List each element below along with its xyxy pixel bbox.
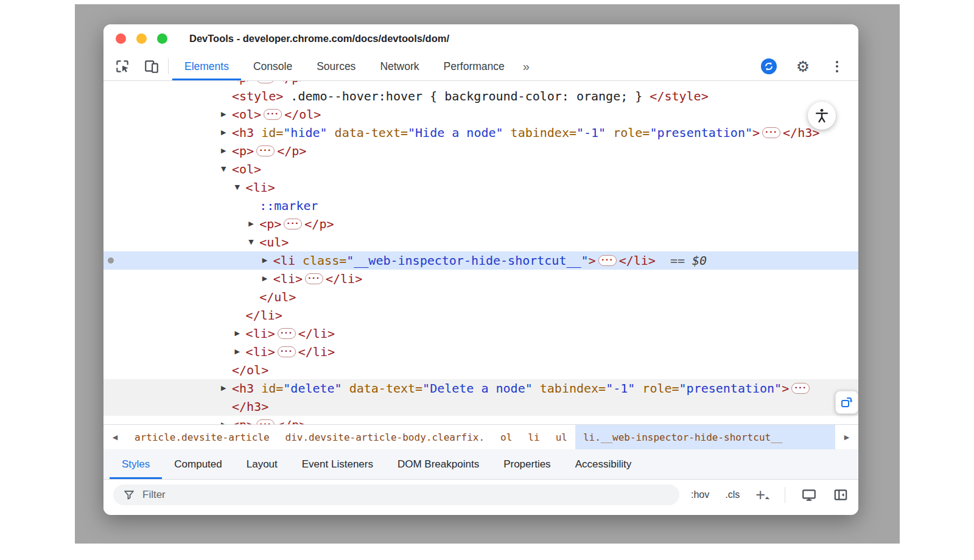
expand-toggle-arrow-icon[interactable]: ▶ <box>221 105 232 124</box>
dom-node-row[interactable]: ▶<li>•••</li> <box>103 270 858 288</box>
expand-toggle-arrow-icon[interactable]: ▼ <box>221 160 232 178</box>
code-token-tag: <h3 <box>232 381 254 396</box>
expand-toggle-arrow-icon[interactable]: ▶ <box>235 324 246 343</box>
dom-node-row[interactable]: </ol> <box>103 361 858 379</box>
accessibility-float-button[interactable] <box>808 102 836 130</box>
device-toolbar-icon <box>144 58 159 74</box>
ellipsis-dots-icon: ••• <box>765 130 777 135</box>
code-token-tag: </p> <box>277 144 306 158</box>
dom-node-row[interactable]: ▶<p>•••</p> <box>103 81 858 87</box>
new-style-rule-button[interactable]: + <box>755 488 769 502</box>
code-token-tag: </li> <box>298 326 335 341</box>
inline-expand-button[interactable]: ••• <box>284 219 302 229</box>
dom-node-row[interactable]: ▶<h3 id="hide" data-text="Hide a node" t… <box>103 124 858 142</box>
sidebar-tab-properties[interactable]: Properties <box>491 449 562 479</box>
code-token-text <box>342 381 349 396</box>
dom-node-row[interactable]: ▶<p>•••</p> <box>103 215 858 233</box>
expand-toggle-arrow-icon[interactable]: ▶ <box>221 124 232 142</box>
minimize-window-button[interactable] <box>136 33 147 44</box>
toggle-sidebar-button[interactable] <box>833 487 849 503</box>
sidebar-tab-event-listeners[interactable]: Event Listeners <box>290 449 385 479</box>
tab-elements[interactable]: Elements <box>172 52 241 80</box>
breadcrumb-item[interactable]: ul <box>548 425 575 450</box>
expand-toggle-arrow-icon[interactable]: ▼ <box>235 178 246 197</box>
sync-badge-button[interactable] <box>759 56 779 77</box>
sidebar-tab-layout[interactable]: Layout <box>234 449 290 479</box>
filter-input[interactable]: Filter <box>113 485 679 505</box>
dom-node-row[interactable]: ▶<li>•••</li> <box>103 324 858 343</box>
more-tabs-button[interactable]: » <box>517 60 537 74</box>
dom-node-row[interactable]: ▼<ul> <box>103 233 858 251</box>
expand-toggle-arrow-icon[interactable]: ▶ <box>221 379 232 397</box>
tab-console[interactable]: Console <box>241 52 304 80</box>
inline-expand-button[interactable]: ••• <box>256 419 275 425</box>
tab-network[interactable]: Network <box>368 52 431 80</box>
expand-toggle-arrow-icon[interactable]: ▶ <box>262 251 273 270</box>
styles-filter-bar: Filter :hov .cls + <box>103 480 858 510</box>
inline-expand-button[interactable]: ••• <box>278 328 296 339</box>
inline-expand-button[interactable]: ••• <box>598 255 617 266</box>
expand-toggle-arrow-icon[interactable]: ▶ <box>235 343 246 361</box>
breadcrumb-item[interactable]: ol <box>492 425 520 450</box>
expand-toggle-arrow-icon[interactable]: ▶ <box>221 416 232 424</box>
dom-node-row[interactable]: </h3> <box>103 397 858 416</box>
tab-performance[interactable]: Performance <box>432 52 517 80</box>
breadcrumb-item[interactable]: div.devsite-article-body.clearfix. <box>278 425 493 450</box>
breadcrumb-item[interactable]: article.devsite-article <box>127 425 278 450</box>
code-token-attr: id= <box>261 381 283 396</box>
code-token-text <box>656 253 670 268</box>
dom-node-row[interactable]: ▶<li class="__web-inspector-hide-shortcu… <box>103 251 858 270</box>
code-token-attr: tabindex= <box>540 381 606 396</box>
code-token-tag: </li> <box>246 308 282 323</box>
code-token-tag: </h3> <box>232 399 268 414</box>
expand-toggle-arrow-icon[interactable]: ▶ <box>262 270 273 288</box>
breadcrumb-item[interactable]: li <box>520 425 547 450</box>
inline-expand-button[interactable]: ••• <box>278 346 296 357</box>
expand-toggle-arrow-icon[interactable]: ▶ <box>248 215 259 233</box>
main-menu-button[interactable] <box>827 56 847 77</box>
toggle-element-state-button[interactable]: :hov <box>691 489 709 500</box>
devtools-window: DevTools - developer.chrome.com/docs/dev… <box>103 24 858 515</box>
sidebar-tab-computed[interactable]: Computed <box>162 449 234 479</box>
zoom-window-button[interactable] <box>157 33 167 44</box>
dom-node-row[interactable]: </ul> <box>103 288 858 306</box>
inline-expand-button[interactable]: ••• <box>791 383 810 394</box>
close-window-button[interactable] <box>116 33 126 44</box>
code-token-tag: </ol> <box>284 107 321 122</box>
expand-toggle-arrow-icon[interactable]: ▶ <box>221 142 232 160</box>
dom-node-row[interactable]: ▶<p>•••</p> <box>103 416 858 424</box>
code-token-tag: <li> <box>273 271 303 286</box>
dom-node-row[interactable]: ▶<li>•••</li> <box>103 343 858 361</box>
floating-inspect-button[interactable] <box>835 391 858 414</box>
dom-node-row[interactable]: <style> .demo--hover:hover { background-… <box>103 87 858 105</box>
toggle-device-toolbar-button[interactable] <box>141 56 162 77</box>
dom-node-row[interactable]: ▼<li> <box>103 178 858 197</box>
settings-button[interactable]: ⚙ <box>793 56 813 77</box>
sidebar-tab-dom-breakpoints[interactable]: DOM Breakpoints <box>385 449 491 479</box>
inline-expand-button[interactable]: ••• <box>762 127 780 138</box>
code-token-tag: <p> <box>232 144 254 158</box>
inspect-element-button[interactable] <box>112 56 133 77</box>
tab-sources[interactable]: Sources <box>304 52 368 80</box>
breadcrumb-item[interactable]: li.__web-inspector-hide-shortcut__ <box>575 425 835 450</box>
dom-node-row[interactable]: ▼<ol> <box>103 160 858 178</box>
expand-toggle-arrow-icon[interactable]: ▼ <box>248 233 259 251</box>
dom-node-row[interactable]: ::marker <box>103 197 858 215</box>
rendering-monitor-button[interactable] <box>801 487 817 503</box>
dom-node-row[interactable]: ▶<ol>•••</ol> <box>103 105 858 124</box>
dom-node-row[interactable]: ▶<p>•••</p> <box>103 142 858 160</box>
sidebar-tab-styles[interactable]: Styles <box>110 449 162 479</box>
inline-expand-button[interactable]: ••• <box>264 109 282 120</box>
breadcrumb-scroll-right-button[interactable]: ▶ <box>835 425 858 450</box>
inline-expand-button[interactable]: ••• <box>256 81 275 83</box>
dom-node-row[interactable]: </li> <box>103 306 858 324</box>
toggle-classes-button[interactable]: .cls <box>725 489 740 500</box>
blue-sync-icon <box>760 58 777 75</box>
expand-toggle-arrow-icon[interactable]: ▶ <box>221 81 232 87</box>
breadcrumb-scroll-left-button[interactable]: ◀ <box>103 425 127 450</box>
sidebar-tab-accessibility[interactable]: Accessibility <box>563 449 644 479</box>
inline-expand-button[interactable]: ••• <box>305 273 323 284</box>
dom-node-row[interactable]: ▶<h3 id="delete" data-text="Delete a nod… <box>103 379 858 397</box>
inline-expand-button[interactable]: ••• <box>256 145 275 156</box>
code-token-attr: role= <box>642 381 679 396</box>
